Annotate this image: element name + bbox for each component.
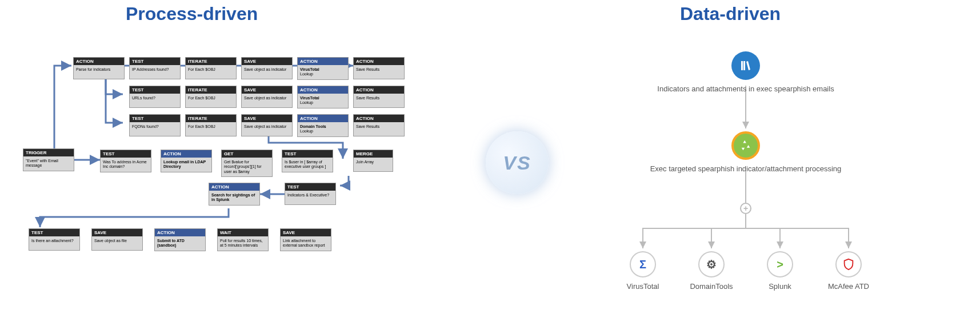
box-ldap: ACTIONLookup email in LDAP Directory: [161, 150, 212, 172]
vs-text: VS: [503, 152, 531, 174]
box-test-fqdn: TESTFQDNs found?: [129, 114, 181, 136]
dd-tool-mcafee: McAfee ATD: [823, 251, 874, 291]
shield-icon: [835, 251, 862, 277]
plus-icon: +: [740, 203, 751, 214]
box-test-exec: TESTIs $user in [ $array of executive us…: [282, 150, 333, 172]
dd-label: Indicators and attachments in exec spear…: [651, 84, 840, 93]
box-test-url: TESTURLs found?: [129, 86, 181, 108]
box-virustotal-1: ACTIONVirusTotalLookup: [297, 57, 349, 80]
box-splunk: ACTIONSearch for sightings of in Splunk: [209, 183, 260, 206]
dd-tool-virustotal: Σ VirusTotal: [617, 251, 669, 291]
box-merge: MERGEJoin Array: [353, 150, 393, 172]
dd-plus-node: +: [740, 203, 751, 214]
box-virustotal-2: ACTIONVirusTotalLookup: [297, 86, 349, 108]
dd-tool-domaintools: ⚙ DomainTools: [686, 251, 737, 291]
box-parse: ACTIONParse for indicators: [73, 57, 125, 79]
box-test-ip: TESTIP Addresses found?: [129, 57, 181, 79]
dd-tool-splunk: > Splunk: [754, 251, 806, 291]
box-header: TRIGGER: [23, 149, 74, 156]
chevron-icon: >: [767, 251, 793, 277]
sigma-icon: Σ: [630, 251, 656, 277]
box-iter-3: ITERATEFor Each $OBJ: [185, 114, 237, 136]
box-save-3: SAVESave object as indicator: [241, 114, 293, 136]
dd-node-indicators: Indicators and attachments in exec spear…: [651, 51, 840, 93]
box-iter-2: ITERATEFor Each $OBJ: [185, 86, 237, 108]
box-body: "Event" with Email message: [23, 156, 74, 171]
vs-emblem: VS: [486, 131, 549, 194]
box-trigger: TRIGGER "Event" with Email message: [23, 148, 74, 171]
box-test-attachment: TESTIs there an attachment?: [29, 228, 80, 251]
title-data-driven: Data-driven: [680, 3, 781, 25]
title-process-driven: Process-driven: [126, 3, 258, 25]
box-test-indicators: TESTIndicators & Executive?: [285, 183, 336, 205]
box-test-acme: TESTWas To address in Acme Inc domain?: [100, 150, 151, 172]
gear-icon: ⚙: [698, 251, 725, 277]
box-iter-1: ITERATEFor Each $OBJ: [185, 57, 237, 79]
box-saveresults-2: ACTIONSave Results: [353, 86, 405, 108]
box-get-groups: GETGet $value for record['groups'][1] fo…: [221, 150, 273, 177]
dd-node-processing: Exec targeted spearphish indicator/attac…: [637, 131, 854, 173]
box-save-file: SAVESave object as file: [91, 228, 143, 251]
recycle-icon: [731, 131, 760, 160]
box-saveresults-1: ACTIONSave Results: [353, 57, 405, 79]
box-saveresults-3: ACTIONSave Results: [353, 114, 405, 136]
box-link-report: SAVELink attachment to external sandbox …: [280, 228, 331, 251]
dd-label: Exec targeted spearphish indicator/attac…: [637, 164, 854, 173]
box-save-1: SAVESave object as indicator: [241, 57, 293, 79]
box-save-2: SAVESave object as indicator: [241, 86, 293, 108]
box-wait: WAITPoll for results 10 times, at 5 minu…: [217, 228, 269, 251]
box-domaintools: ACTIONDomain ToolsLookup: [297, 114, 349, 137]
box-atd: ACTIONSubmit to ATD (sandbox): [154, 228, 206, 251]
books-icon: [731, 51, 760, 80]
